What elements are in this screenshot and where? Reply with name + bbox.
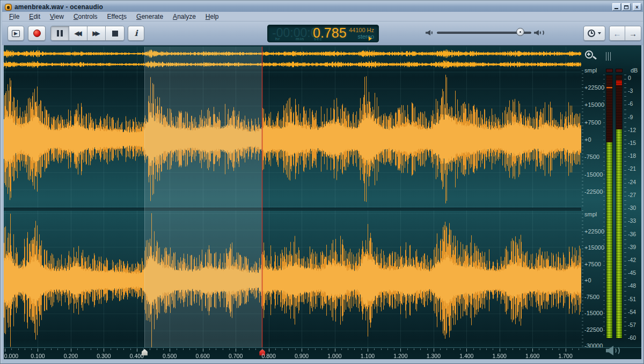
scale-label: +0 — [584, 277, 591, 283]
timeline-minor-tick — [308, 348, 309, 350]
timeline-minor-tick — [315, 348, 316, 350]
meter-right — [616, 75, 623, 339]
db-ticks-inner — [603, 75, 605, 336]
menu-item-analyze[interactable]: Analyze — [168, 12, 201, 21]
timeline-minor-tick — [242, 348, 243, 350]
timeline-minor-tick — [97, 348, 98, 350]
timeline-minor-tick — [559, 348, 559, 350]
db-label: -57 — [628, 322, 641, 328]
grip-handle[interactable] — [606, 52, 611, 61]
db-label: -51 — [628, 296, 641, 302]
db-label: -6 — [628, 100, 641, 107]
menu-item-controls[interactable]: Controls — [69, 12, 103, 21]
sample-rate: 44100 Hz — [349, 27, 374, 33]
rewind-button[interactable]: ◀◀ — [69, 26, 87, 40]
timeline-minor-tick — [321, 348, 322, 350]
menu-item-edit[interactable]: Edit — [24, 12, 45, 21]
scale-label: -15000 — [584, 310, 603, 316]
timeline-minor-tick — [460, 348, 460, 350]
timeline-tick — [368, 348, 368, 352]
timeline-label: 1.300 — [427, 353, 441, 359]
timeline-minor-tick — [394, 348, 394, 350]
stop-button[interactable] — [106, 26, 124, 40]
timeline-minor-tick — [31, 348, 32, 350]
db-label: -33 — [628, 217, 641, 224]
timeline-minor-tick — [183, 348, 184, 350]
timeline-minor-tick — [447, 348, 447, 350]
minimize-button[interactable] — [612, 3, 621, 11]
menu-item-file[interactable]: File — [4, 12, 24, 21]
timeline-tick — [269, 348, 269, 352]
menu-item-help[interactable]: Help — [201, 12, 224, 21]
timeline-minor-tick — [440, 348, 441, 350]
info-button[interactable]: i — [128, 26, 144, 41]
timeline-minor-tick — [51, 348, 52, 350]
timeline-tick — [203, 348, 203, 352]
smpl-ticks-ch2 — [582, 210, 583, 347]
toolbar: ▶ ◀◀ ▶▶ i -00:00:0 0.785 hr min sec 4410… — [2, 21, 643, 45]
timeline-ruler[interactable]: 0.0000.1000.2000.3000.4000.5000.6000.700… — [4, 347, 641, 359]
selection-overlay[interactable] — [144, 47, 262, 347]
scale-label: +7500 — [584, 261, 601, 267]
timeline-label: 0.900 — [295, 353, 309, 359]
title-bar[interactable]: amenbreak.wav - ocenaudio × — [2, 2, 643, 12]
timeline-minor-tick — [143, 348, 144, 350]
timeline-label: 0.800 — [261, 353, 275, 359]
timeline-label: 0.500 — [163, 353, 177, 359]
zoom-tool-icon[interactable] — [584, 50, 598, 64]
overview-canvas[interactable] — [4, 47, 581, 70]
menu-item-effects[interactable]: Effects — [103, 12, 131, 21]
nav-group: ← → — [609, 26, 641, 41]
volume-knob[interactable] — [516, 28, 524, 36]
timeline-minor-tick — [473, 348, 474, 350]
timeline-minor-tick — [189, 348, 190, 350]
history-button[interactable] — [583, 26, 605, 41]
timeline-minor-tick — [249, 348, 250, 350]
channel1-canvas[interactable] — [4, 70, 581, 208]
zoom-lens-icon — [585, 50, 593, 59]
timeline-tick — [532, 348, 533, 352]
timeline-minor-tick — [453, 348, 454, 350]
db-label: -27 — [628, 192, 641, 198]
meter-left — [606, 75, 613, 339]
timeline-minor-tick — [513, 348, 513, 350]
speaker-icon[interactable] — [605, 344, 621, 357]
timeline-tick — [434, 348, 434, 352]
meter-left-segments — [606, 75, 612, 338]
play-button[interactable]: ▶ — [8, 26, 24, 41]
nav-forward-button[interactable]: → — [625, 26, 641, 40]
timeline-minor-tick — [275, 348, 276, 350]
timeline-minor-tick — [427, 348, 428, 350]
timeline-minor-tick — [262, 348, 262, 350]
volume-high-wave2-icon — [538, 30, 544, 36]
timeline-label: 0.300 — [97, 353, 111, 359]
timeline-label: 1.400 — [459, 353, 473, 359]
timeline-tick — [302, 348, 302, 352]
timeline-minor-tick — [64, 348, 65, 350]
time-unit-sec: sec — [314, 37, 322, 41]
timeline-minor-tick — [354, 348, 355, 350]
timeline-minor-tick — [288, 348, 289, 350]
menu-item-view[interactable]: View — [45, 12, 69, 21]
maximize-button[interactable] — [622, 3, 631, 11]
fast-forward-icon: ▶▶ — [92, 30, 100, 37]
timeline-minor-tick — [348, 348, 348, 350]
playback-cursor[interactable] — [262, 47, 262, 347]
rewind-icon: ◀◀ — [74, 30, 82, 37]
close-button[interactable]: × — [633, 3, 641, 11]
timeline-label: 0.400 — [130, 353, 144, 359]
timeline-minor-tick — [420, 348, 421, 350]
timeline-tick — [500, 348, 500, 352]
nav-back-button[interactable]: ← — [610, 26, 625, 40]
menu-item-generate[interactable]: Generate — [131, 12, 168, 21]
clip-indicator-right — [616, 69, 623, 72]
fast-forward-button[interactable]: ▶▶ — [87, 26, 106, 40]
clip-indicator-left — [606, 69, 613, 72]
timeline-minor-tick — [91, 348, 91, 350]
scale-label: -15000 — [584, 171, 603, 178]
pause-button[interactable] — [51, 26, 69, 40]
record-button[interactable] — [28, 26, 46, 41]
channel2-canvas[interactable] — [4, 210, 581, 347]
timeline-minor-tick — [111, 348, 111, 350]
timeline-minor-tick — [546, 348, 546, 350]
